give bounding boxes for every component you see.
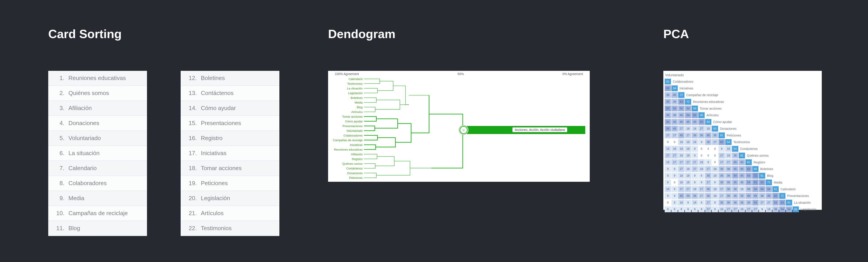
pca-cell[interactable]: 36 <box>739 200 745 205</box>
pca-cell[interactable]: 36 <box>732 200 738 205</box>
pca-cell[interactable]: 45 <box>672 119 678 125</box>
pca-cell[interactable]: 63 <box>678 99 684 105</box>
pca-cell[interactable]: 18 <box>699 159 705 165</box>
pca-cell[interactable]: 0 <box>712 159 718 165</box>
pca-cell[interactable]: 0 <box>672 180 678 185</box>
card-item[interactable]: 2.Quiénes somos <box>48 86 147 101</box>
pca-cell[interactable]: 9 <box>712 200 718 205</box>
pca-cell[interactable]: 0 <box>705 146 711 152</box>
pca-cell[interactable]: 27 <box>759 200 765 205</box>
pca-cell[interactable]: 18 <box>712 186 718 192</box>
pca-cell[interactable]: 36 <box>725 186 732 192</box>
pca-cell[interactable]: 18 <box>712 173 718 179</box>
pca-cell[interactable]: 9 <box>665 207 671 212</box>
card-item[interactable]: 11.Blog <box>48 221 147 236</box>
pca-cell[interactable]: 27 <box>678 159 684 165</box>
card-item[interactable]: 8.Colaboradores <box>48 176 147 191</box>
pca-cell[interactable]: 18 <box>685 180 691 185</box>
pca-cell[interactable]: 54 <box>745 180 752 185</box>
pca-cell[interactable]: 9 <box>699 139 705 145</box>
pca-cell[interactable]: 18 <box>672 146 678 152</box>
pca-cell[interactable]: 9 <box>672 193 678 199</box>
pca-cell[interactable]: 54 <box>732 146 738 152</box>
pca-cell[interactable]: 36 <box>772 207 779 212</box>
pca-cell[interactable]: 81 <box>739 153 745 158</box>
pca-cell[interactable]: 9 <box>692 146 698 152</box>
pca-cell[interactable]: 45 <box>685 119 691 125</box>
pca-cell[interactable]: 63 <box>665 85 671 91</box>
pca-cell[interactable]: 54 <box>772 200 779 205</box>
pca-cell[interactable]: 45 <box>678 119 684 125</box>
pca-cell[interactable]: 27 <box>672 153 678 158</box>
pca-cell[interactable]: 0 <box>712 153 718 158</box>
pca-cell[interactable]: 27 <box>665 133 671 138</box>
pca-cell[interactable]: 18 <box>766 207 772 212</box>
pca-cell[interactable]: 9 <box>759 207 765 212</box>
pca-cell[interactable]: 18 <box>665 159 671 165</box>
card-item[interactable]: 17.Iniciativas <box>181 146 279 161</box>
dendogram-selection-bar[interactable]: ☺ Acciones, Acción, Acción ciudadana <box>464 126 585 134</box>
pca-cell[interactable]: 27 <box>718 159 725 165</box>
pca-cell[interactable]: 72 <box>678 92 684 98</box>
pca-cell[interactable]: 0 <box>665 139 671 145</box>
pca-cell[interactable]: 27 <box>752 207 758 212</box>
pca-cell[interactable]: 36 <box>705 193 711 199</box>
pca-cell[interactable]: 18 <box>685 153 691 158</box>
pca-cell[interactable]: 9 <box>665 173 671 179</box>
pca-cell[interactable]: 63 <box>772 193 779 199</box>
pca-cell[interactable]: 45 <box>739 166 745 172</box>
pca-cell[interactable]: 9 <box>672 186 678 192</box>
pca-cell[interactable]: 63 <box>718 139 725 145</box>
pca-cell[interactable]: 45 <box>672 126 678 132</box>
pca-cell[interactable]: 27 <box>665 153 671 158</box>
pca-cell[interactable]: 27 <box>712 139 718 145</box>
pca-cell[interactable]: 72 <box>685 99 691 105</box>
pca-cell[interactable]: 45 <box>766 193 772 199</box>
pca-cell[interactable]: 18 <box>665 186 671 192</box>
card-item[interactable]: 20.Legislación <box>181 191 279 206</box>
card-item[interactable]: 10.Campañas de reciclaje <box>48 206 147 221</box>
pca-cell[interactable]: 18 <box>692 200 698 205</box>
pca-cell[interactable]: 63 <box>712 126 718 132</box>
pca-cell[interactable]: 9 <box>692 153 698 158</box>
pca-cell[interactable]: 36 <box>725 180 732 185</box>
pca-cell[interactable]: 63 <box>752 180 758 185</box>
pca-cell[interactable]: 36 <box>745 186 752 192</box>
pca-cell[interactable]: 18 <box>685 146 691 152</box>
pca-cell[interactable]: 36 <box>718 200 725 205</box>
pca-cell[interactable]: 18 <box>685 166 691 172</box>
card-item[interactable]: 13.Contáctenos <box>181 86 279 101</box>
pca-cell[interactable]: 63 <box>705 119 711 125</box>
pca-cell[interactable]: 27 <box>718 193 725 199</box>
card-item[interactable]: 22.Testimonios <box>181 221 279 236</box>
pca-cell[interactable]: 36 <box>718 180 725 185</box>
pca-cell[interactable]: 54 <box>685 112 691 118</box>
pca-cell[interactable]: 36 <box>692 133 698 138</box>
pca-cell[interactable]: 54 <box>685 106 691 111</box>
pca-cell[interactable]: 18 <box>678 139 684 145</box>
pca-cell[interactable]: 9 <box>672 173 678 179</box>
pca-cell[interactable]: 0 <box>705 153 711 158</box>
card-item[interactable]: 4.Donaciones <box>48 116 147 131</box>
pca-cell[interactable]: 18 <box>739 186 745 192</box>
pca-cell[interactable]: 9 <box>692 180 698 185</box>
pca-cell[interactable]: 0 <box>665 200 671 205</box>
pca-cell[interactable]: 54 <box>672 106 678 111</box>
pca-cell[interactable]: 18 <box>685 126 691 132</box>
card-item[interactable]: 16.Registro <box>181 131 279 146</box>
pca-cell[interactable]: 36 <box>665 92 671 98</box>
pca-cell[interactable]: 0 <box>672 139 678 145</box>
card-item[interactable]: 3.Afiliación <box>48 101 147 116</box>
pca-cell[interactable]: 18 <box>692 186 698 192</box>
pca-cell[interactable]: 36 <box>692 193 698 199</box>
pca-cell[interactable]: 36 <box>685 193 691 199</box>
pca-cell[interactable]: 27 <box>705 166 711 172</box>
pca-cell[interactable]: 54 <box>759 186 765 192</box>
pca-cell[interactable]: 9 <box>665 180 671 185</box>
pca-cell[interactable]: 45 <box>705 133 711 138</box>
pca-cell[interactable]: 36 <box>739 180 745 185</box>
pca-cell[interactable]: 9 <box>718 146 725 152</box>
pca-cell[interactable]: 27 <box>672 159 678 165</box>
pca-cell[interactable]: 18 <box>725 153 732 158</box>
pca-cell[interactable]: 27 <box>699 193 705 199</box>
